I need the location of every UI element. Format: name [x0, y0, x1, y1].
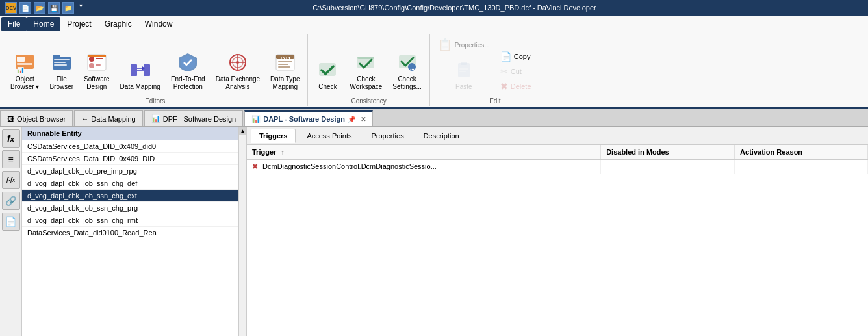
software-design-label: SoftwareDesign: [84, 75, 109, 91]
data-exchange-button[interactable]: Data ExchangeAnalysis: [212, 48, 264, 94]
menu-window[interactable]: Window: [138, 17, 179, 31]
copy-button[interactable]: 📄 Copy: [496, 49, 535, 64]
scroll-up[interactable]: ▲: [239, 127, 247, 135]
editors-group-label: Editors: [6, 96, 303, 105]
list-item[interactable]: DataServices_Data_did0100_Read_Rea: [22, 227, 238, 239]
tab-dapl-software-design[interactable]: 📊 DAPL - Software Design 📌 ✕: [244, 110, 373, 126]
col-disabled-modes: Disabled in Modes: [601, 145, 735, 160]
svg-rect-13: [96, 64, 101, 66]
svg-rect-40: [459, 71, 466, 72]
list-item[interactable]: d_vog_dapl_cbk_job_ssn_chg_prg: [22, 202, 238, 214]
ribbon-group-edit: 📋 Properties... Paste: [430, 34, 560, 106]
new-icon[interactable]: 📄: [19, 2, 31, 14]
menu-bar: File Home Project Graphic Window: [0, 16, 868, 32]
sort-arrow[interactable]: ↑: [281, 148, 285, 156]
save-icon[interactable]: 💾: [48, 2, 60, 14]
cut-button[interactable]: ✂ Cut: [496, 64, 535, 79]
tab-dpf-label: DPF - Software Design: [163, 115, 236, 123]
check-workspace-label: CheckWorkspace: [350, 75, 382, 91]
menu-home[interactable]: Home: [27, 17, 60, 31]
content-tab-access-points[interactable]: Access Points: [298, 129, 360, 143]
properties-label: Properties...: [455, 42, 490, 49]
menu-graphic[interactable]: Graphic: [98, 17, 138, 31]
open-folder-icon[interactable]: 📁: [62, 2, 74, 14]
check-button[interactable]: Check: [312, 56, 343, 94]
svg-rect-30: [278, 66, 290, 68]
list-item[interactable]: d_vog_dapl_cbk_job_ssn_chg_rmt: [22, 214, 238, 227]
sidebar-tool-link[interactable]: 🔗: [2, 192, 20, 210]
data-mapping-button[interactable]: Data Mapping: [116, 56, 164, 94]
menu-project[interactable]: Project: [60, 17, 97, 31]
data-type-label: Data TypeMapping: [270, 75, 300, 91]
end-to-end-button[interactable]: End-To-EndProtection: [167, 48, 209, 94]
table-row[interactable]: ✖ DcmDiagnosticSessionControl.DcmDiagnos…: [247, 160, 868, 174]
consistency-buttons: Check CheckWorkspace: [312, 35, 425, 96]
list-item[interactable]: d_vog_dapl_cbk_job_ssn_chg_def: [22, 177, 238, 190]
title-bar: DEV 📄 📂 💾 📁 ▾ C:\Subversion\GH879\Config…: [0, 0, 868, 16]
tab-object-browser[interactable]: 🖼 Object Browser: [0, 110, 73, 126]
tab-bar: 🖼 Object Browser ↔ Data Mapping 📊 DPF - …: [0, 109, 868, 127]
content-tab-description[interactable]: Description: [415, 129, 468, 143]
sidebar-list-container: Runnable Entity CSDataServices_Data_DID_…: [22, 127, 238, 336]
object-browser-button[interactable]: 📊 ObjectBrowser ▾: [6, 48, 43, 94]
delete-button[interactable]: ✖ Delete: [496, 79, 535, 94]
sidebar-content: fx ≡ f·fx 🔗 📄 Runnable Entity CSDataServ…: [0, 127, 246, 336]
title-bar-icons: DEV 📄 📂 💾 📁 ▾: [5, 2, 85, 14]
copy-label: Copy: [514, 53, 531, 60]
sidebar-tool-fx[interactable]: fx: [2, 129, 20, 148]
svg-rect-5: [53, 55, 60, 58]
file-browser-button[interactable]: FileBrowser: [45, 48, 77, 94]
tab-data-mapping[interactable]: ↔ Data Mapping: [74, 110, 143, 126]
sidebar-tool-fx2[interactable]: f·fx: [2, 171, 20, 189]
data-mapping-icon: [129, 58, 152, 82]
sidebar-scrollbar[interactable]: ▲ ▼: [238, 127, 246, 336]
list-item[interactable]: CSDataServices_Data_DID_0x409_did0: [22, 140, 238, 153]
software-design-button[interactable]: SoftwareDesign: [80, 48, 113, 94]
toolbar-arrow[interactable]: ▾: [77, 2, 85, 14]
sidebar-tool-list[interactable]: ≡: [2, 150, 20, 168]
svg-text:📊: 📊: [17, 66, 25, 73]
object-browser-icon: 📊: [13, 51, 36, 74]
editors-buttons: 📊 ObjectBrowser ▾: [6, 35, 303, 96]
svg-rect-11: [96, 58, 103, 59]
tab-dpf-software-design[interactable]: 📊 DPF - Software Design: [144, 110, 243, 126]
col-activation-reason: Activation Reason: [735, 145, 868, 160]
cut-label: Cut: [511, 68, 522, 75]
dev-icon: DEV: [5, 2, 17, 14]
sidebar-tool-doc[interactable]: 📄: [2, 213, 20, 231]
menu-file[interactable]: File: [1, 17, 27, 31]
properties-button[interactable]: 📋 Properties...: [434, 35, 494, 55]
data-mapping-label: Data Mapping: [120, 83, 160, 91]
end-to-end-icon: [176, 51, 199, 74]
svg-rect-29: [278, 64, 288, 65]
tab-object-browser-icon: 🖼: [7, 115, 14, 123]
object-browser-label: ObjectBrowser ▾: [10, 75, 39, 91]
tab-data-mapping-label: Data Mapping: [91, 115, 136, 123]
tab-pin-icon[interactable]: 📌: [348, 116, 355, 123]
content-tab-properties[interactable]: Properties: [363, 129, 413, 143]
main-area: fx ≡ f·fx 🔗 📄 Runnable Entity CSDataServ…: [0, 127, 868, 336]
open-icon[interactable]: 📂: [34, 2, 45, 14]
check-settings-button[interactable]: ... CheckSettings...: [389, 48, 425, 94]
data-type-button[interactable]: TYPE Data TypeMapping: [266, 48, 303, 94]
paste-button[interactable]: Paste: [434, 56, 494, 94]
list-item[interactable]: CSDataServices_Data_DID_0x409_DID: [22, 153, 238, 165]
list-item[interactable]: d_vog_dapl_cbk_job_pre_imp_rpg: [22, 165, 238, 177]
title-path: C:\Subversion\GH879\Config\Config\Develo…: [313, 4, 596, 12]
svg-rect-28: [278, 61, 292, 62]
title-bar-left: DEV 📄 📂 💾 📁 ▾: [5, 2, 85, 14]
list-item-selected[interactable]: d_vog_dapl_cbk_job_ssn_chg_ext: [22, 190, 238, 202]
svg-rect-16: [144, 64, 150, 76]
end-to-end-label: End-To-EndProtection: [171, 75, 205, 91]
tab-close-icon[interactable]: ✕: [361, 116, 366, 123]
svg-rect-15: [131, 64, 137, 76]
data-type-icon: TYPE: [274, 51, 297, 74]
svg-text:TYPE: TYPE: [280, 56, 292, 60]
svg-point-24: [236, 61, 239, 64]
check-workspace-icon: [354, 51, 377, 74]
check-workspace-button[interactable]: CheckWorkspace: [346, 48, 386, 94]
delete-icon: ✖: [500, 81, 508, 92]
svg-rect-39: [459, 68, 468, 70]
svg-rect-33: [357, 57, 374, 59]
content-tab-triggers[interactable]: Triggers: [251, 129, 296, 143]
